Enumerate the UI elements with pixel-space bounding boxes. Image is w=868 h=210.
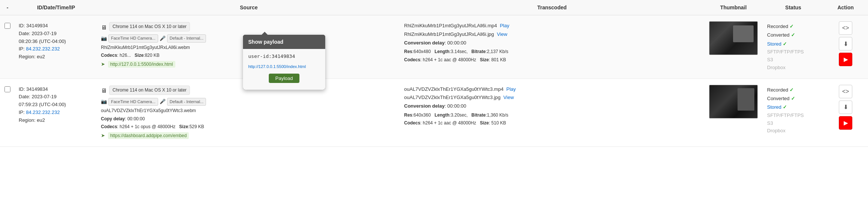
- popup-arrow: [262, 32, 268, 35]
- row1-view-link[interactable]: View: [497, 31, 507, 37]
- row2-stored-link[interactable]: Stored: [767, 103, 781, 111]
- row1-check-recorded: ✓: [789, 22, 794, 31]
- row1-thumbnail-cell: [704, 20, 763, 57]
- row1-mp4: RhlZmiKkuMrb1P1mtGg3yutJRxLAll6i.mp4: [404, 23, 497, 28]
- row1-status-converted: Converted ✓: [767, 31, 819, 39]
- row2-check-stored: ✓: [783, 103, 787, 111]
- row1-thumbnail: [709, 21, 758, 55]
- header-action: Action: [823, 3, 868, 12]
- row2-checkbox[interactable]: [4, 86, 10, 92]
- header-source: Source: [97, 3, 400, 12]
- row2-region: Region: eu2: [19, 117, 93, 124]
- youtube-icon: ▶: [844, 56, 848, 62]
- row1-time: 08:20:36 (UTC-04:00): [19, 38, 93, 46]
- row1-ip-link[interactable]: 84.232.232.232: [26, 46, 60, 52]
- row1-status-s3: S3: [767, 56, 819, 64]
- table-header: - ID/Date/Time/IP Source Transcoded Thum…: [0, 0, 868, 15]
- row1-trans-details: Res:640x480 Length:3.14sec, Bitrate:2,13…: [404, 48, 700, 55]
- arrow-icon-row2: ➤: [101, 133, 105, 138]
- row1-status-recorded: Recorded ✓: [767, 22, 819, 31]
- row2-checkbox-cell: [0, 83, 15, 95]
- popup-title: Show payload: [243, 35, 325, 49]
- row1-status-sftp: SFTP/FTP/FTPS: [767, 48, 819, 56]
- row2-ip-link[interactable]: 84.232.232.232: [26, 109, 60, 115]
- table-row: ID: 34149834 Date: 2023-07-19 07:59:23 (…: [0, 79, 868, 147]
- recordings-table: - ID/Date/Time/IP Source Transcoded Thum…: [0, 0, 868, 147]
- row2-copy-delay: Copy delay: 00:00:00: [101, 115, 397, 123]
- row2-thumbnail-cell: [704, 83, 763, 121]
- row2-check-converted: ✓: [791, 94, 795, 103]
- popup-link[interactable]: http://127.0.0.1:5500/index.html: [248, 64, 306, 69]
- header-thumbnail: Thumbnail: [704, 3, 763, 12]
- youtube-icon-2: ▶: [844, 120, 848, 126]
- row2-mic: Default - Internal...: [167, 98, 206, 106]
- table-row: ID: 34149934 Date: 2023-07-19 08:20:36 (…: [0, 15, 868, 79]
- row2-mp4: ouAL7VDZVZklxThEr1YGXa5gu0tYWtc3.mp4: [404, 86, 504, 92]
- popup-content: user-id:34149834 http://127.0.0.1:5500/i…: [243, 49, 325, 90]
- row1-stored-link[interactable]: Stored: [767, 40, 781, 48]
- row1-code-button[interactable]: <>: [839, 21, 852, 35]
- row1-id: ID: 34149934: [19, 22, 93, 30]
- row1-camera: FaceTime HD Camera...: [108, 34, 158, 43]
- row2-embed-link[interactable]: https://dashboard.addpipe.com/embed: [108, 132, 189, 139]
- row2-ip: IP: 84.232.232.232: [19, 109, 93, 117]
- row2-status-recorded: Recorded ✓: [767, 86, 819, 94]
- row2-conversion-delay: Conversion delay: 00:00:00: [404, 102, 700, 110]
- mic-icon: 🎤: [160, 35, 166, 43]
- row2-youtube-button[interactable]: ▶: [839, 116, 852, 130]
- row1-checkbox[interactable]: [4, 23, 10, 29]
- row1-youtube-button[interactable]: ▶: [839, 53, 852, 66]
- row1-region: Region: eu2: [19, 53, 93, 61]
- row1-id-cell: ID: 34149934 Date: 2023-07-19 08:20:36 (…: [15, 20, 97, 63]
- row2-play-link[interactable]: Play: [507, 86, 516, 92]
- row1-conversion-delay: Conversion delay: 00:00:00: [404, 39, 700, 47]
- row1-checkbox-cell: [0, 20, 15, 31]
- row2-webm: ouAL7VDZVZklxThEr1YGXa5gu0tYWtc3.webm: [101, 107, 397, 114]
- row2-jpg: ouAL7VDZVZklxThEr1YGXa5gu0tYWtc3.jpg: [404, 95, 501, 100]
- arrow-icon-row1: ➤: [101, 61, 105, 67]
- row1-download-button[interactable]: ⬇: [839, 37, 852, 50]
- row2-id: ID: 34149834: [19, 86, 93, 93]
- header-status: Status: [763, 3, 823, 12]
- row2-date: Date: 2023-07-19: [19, 93, 93, 101]
- row2-check-recorded: ✓: [789, 86, 794, 94]
- row1-source-cell: 🖥 Chrome 114 on Mac OS X 10 or later 📷 F…: [97, 20, 400, 71]
- header-id: ID/Date/Time/IP: [15, 3, 97, 12]
- row2-trans-codecs: Codecs: h264 + 1c aac @ 48000Hz Size: 51…: [404, 120, 700, 127]
- row2-id-cell: ID: 34149834 Date: 2023-07-19 07:59:23 (…: [15, 83, 97, 127]
- code-icon: <>: [842, 25, 849, 31]
- row2-download-button[interactable]: ⬇: [839, 101, 852, 114]
- row1-status-cell: Recorded ✓ Converted ✓ Stored ✓ SFTP/FTP…: [763, 20, 823, 74]
- row2-camera: FaceTime HD Camera...: [108, 98, 158, 106]
- monitor-icon-2: 🖥: [101, 86, 107, 96]
- row1-mic: Default - Internal...: [167, 34, 206, 43]
- row1-play-link[interactable]: Play: [500, 23, 509, 28]
- row2-thumbnail: [709, 85, 758, 118]
- row1-jpg: RhlZmiKkuMrb1P1mtGg3yutJRxLAll6i.jpg: [404, 31, 494, 37]
- row2-status-sftp: SFTP/FTP/FTPS: [767, 112, 819, 120]
- row1-date: Date: 2023-07-19: [19, 30, 93, 38]
- row2-devices: 📷 FaceTime HD Camera... 🎤 Default - Inte…: [101, 98, 397, 106]
- camera-icon-2: 📷: [101, 98, 107, 106]
- popup-container: Show payload user-id:34149834 http://127…: [243, 35, 325, 90]
- popup-user-id: user-id:34149834: [248, 53, 320, 61]
- header-transcoded: Transcoded: [400, 3, 704, 12]
- row1-thumb-items: [733, 25, 754, 42]
- row2-browser: Chrome 114 on Mac OS X 10 or later: [109, 86, 190, 95]
- row1-check-converted: ✓: [791, 31, 795, 39]
- row2-code-button[interactable]: <>: [839, 85, 852, 98]
- camera-icon: 📷: [101, 35, 107, 43]
- payload-button[interactable]: Payload: [269, 74, 300, 83]
- show-payload-popup: Show payload user-id:34149834 http://127…: [243, 35, 325, 90]
- row2-time: 07:59:23 (UTC-04:00): [19, 101, 93, 109]
- row2-status-stored: Stored ✓: [767, 103, 819, 111]
- row2-status-cell: Recorded ✓ Converted ✓ Stored ✓ SFTP/FTP…: [763, 83, 823, 138]
- row1-embed-link[interactable]: http://127.0.0.1:5500/index.html: [108, 61, 175, 68]
- row2-view-link[interactable]: View: [504, 95, 514, 100]
- row2-source-cell: 🖥 Chrome 114 on Mac OS X 10 or later 📷 F…: [97, 83, 400, 142]
- row2-trans-details: Res:640x360 Length:3.20sec, Bitrate:1,36…: [404, 112, 700, 119]
- row1-ip: IP: 84.232.232.232: [19, 45, 93, 53]
- row2-transcoded-cell: ouAL7VDZVZklxThEr1YGXa5gu0tYWtc3.mp4 Pla…: [400, 83, 704, 129]
- mic-icon-2: 🎤: [160, 98, 166, 106]
- monitor-icon: 🖥: [101, 23, 107, 33]
